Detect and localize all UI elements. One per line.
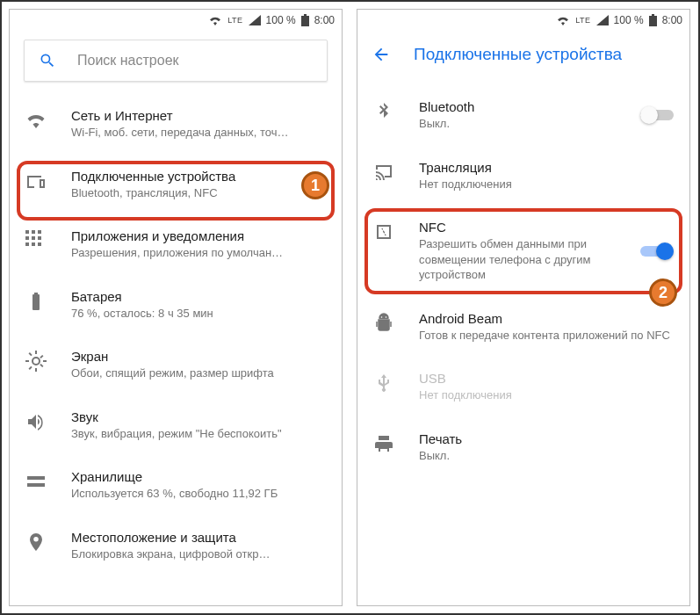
item-sub: 76 %, осталось: 8 ч 35 мин (71, 306, 326, 322)
clock: 8:00 (314, 14, 335, 26)
connected-list: Bluetooth Выкл. Трансляция Нет подключен… (357, 78, 689, 484)
clock: 8:00 (662, 14, 682, 26)
svg-point-5 (381, 316, 383, 318)
settings-item-sound[interactable]: Звук Звук, вибрация, режим "Не беспокоит… (10, 395, 342, 456)
svg-rect-0 (301, 16, 309, 26)
item-title: Подключенные устройства (71, 169, 326, 184)
statusbar: LTE 100 % 8:00 (10, 10, 342, 31)
battery-icon (25, 291, 47, 312)
signal-icon (596, 15, 609, 25)
settings-item-storage[interactable]: Хранилище Используется 63 %, свободно 11… (10, 455, 342, 516)
usb-icon (373, 373, 394, 394)
lte-label: LTE (575, 16, 590, 25)
item-title: Сеть и Интернет (71, 108, 326, 123)
location-icon (25, 532, 47, 553)
item-title: Печать (419, 431, 674, 446)
wifi-icon (556, 15, 570, 25)
item-sub: Звук, вибрация, режим "Не беспокоить" (71, 426, 326, 442)
lte-label: LTE (227, 16, 242, 25)
appbar-title: Подключенные устройства (414, 45, 622, 64)
volume-icon (25, 411, 47, 432)
settings-item-network[interactable]: Сеть и Интернет Wi-Fi, моб. сети, переда… (10, 94, 342, 155)
back-icon[interactable] (372, 45, 391, 64)
item-title: Трансляция (419, 160, 674, 175)
nfc-toggle[interactable] (640, 242, 674, 261)
bluetooth-icon (373, 101, 394, 122)
signal-icon (249, 15, 261, 25)
wifi-icon (25, 110, 47, 131)
svg-rect-3 (652, 14, 654, 16)
devices-icon (25, 170, 47, 192)
settings-item-display[interactable]: Экран Обои, спящий режим, размер шрифта (10, 335, 342, 395)
phone-connected-devices: LTE 100 % 8:00 Подключенные устройства B… (357, 9, 690, 606)
item-title: Приложения и уведомления (71, 228, 326, 243)
item-android-beam[interactable]: Android Beam Готов к передаче контента п… (357, 297, 689, 358)
settings-item-connected-devices[interactable]: Подключенные устройства Bluetooth, транс… (10, 155, 342, 215)
item-title: NFC (419, 220, 609, 235)
svg-rect-1 (304, 14, 307, 16)
android-icon (373, 313, 394, 334)
item-sub: Используется 63 %, свободно 11,92 ГБ (71, 486, 326, 502)
item-sub: Разрешить обмен данными при совмещении т… (419, 236, 609, 283)
item-title: Местоположение и защита (71, 530, 326, 545)
bluetooth-toggle[interactable] (640, 105, 674, 125)
item-title: Экран (71, 349, 326, 364)
item-sub: Wi-Fi, моб. сети, передача данных, точ… (71, 125, 326, 141)
settings-item-security[interactable]: Местоположение и защита Блокировка экран… (10, 516, 342, 576)
item-title: Bluetooth (419, 99, 609, 114)
svg-point-6 (386, 316, 387, 318)
cast-icon (373, 162, 394, 183)
storage-icon (25, 471, 47, 492)
battery-icon (301, 14, 309, 26)
svg-rect-2 (649, 16, 657, 26)
battery-icon (649, 14, 657, 26)
settings-item-battery[interactable]: Батарея 76 %, осталось: 8 ч 35 мин (10, 275, 342, 336)
item-sub: Выкл. (419, 116, 609, 132)
item-sub: Нет подключения (419, 387, 674, 403)
item-sub: Обои, спящий режим, размер шрифта (71, 365, 326, 381)
apps-icon (25, 230, 47, 251)
print-icon (373, 433, 394, 454)
brightness-icon (25, 351, 47, 372)
item-title: Батарея (71, 289, 326, 304)
item-sub: Разрешения, приложения по умолчан… (71, 245, 326, 261)
search-placeholder: Поиск настроек (77, 53, 179, 69)
item-sub: Bluetooth, трансляция, NFC (71, 185, 326, 201)
item-usb: USB Нет подключения (357, 357, 689, 417)
item-print[interactable]: Печать Выкл. (357, 417, 689, 478)
item-sub: Нет подключения (419, 177, 674, 192)
phone-settings-main: LTE 100 % 8:00 Поиск настроек Сеть и Инт… (9, 9, 343, 606)
item-bluetooth[interactable]: Bluetooth Выкл. (357, 85, 689, 146)
statusbar: LTE 100 % 8:00 (357, 10, 689, 31)
nfc-icon (373, 221, 394, 242)
item-title: Android Beam (419, 311, 674, 326)
item-title: USB (419, 371, 674, 386)
battery-pct: 100 % (266, 14, 296, 26)
item-sub: Выкл. (419, 448, 674, 464)
svg-rect-4 (379, 320, 389, 329)
item-cast[interactable]: Трансляция Нет подключения (357, 146, 689, 206)
item-sub: Блокировка экрана, цифровой откр… (71, 546, 326, 562)
search-icon (39, 52, 56, 69)
item-title: Звук (71, 409, 326, 424)
appbar: Подключенные устройства (357, 31, 689, 78)
item-title: Хранилище (71, 469, 326, 484)
settings-list: Сеть и Интернет Wi-Fi, моб. сети, переда… (10, 87, 342, 582)
wifi-icon (208, 15, 222, 25)
battery-pct: 100 % (614, 14, 644, 26)
item-nfc[interactable]: NFC Разрешить обмен данными при совмещен… (357, 206, 689, 297)
settings-item-apps[interactable]: Приложения и уведомления Разрешения, при… (10, 214, 342, 275)
search-bar[interactable]: Поиск настроек (24, 40, 328, 82)
item-sub: Готов к передаче контента приложений по … (419, 328, 674, 344)
